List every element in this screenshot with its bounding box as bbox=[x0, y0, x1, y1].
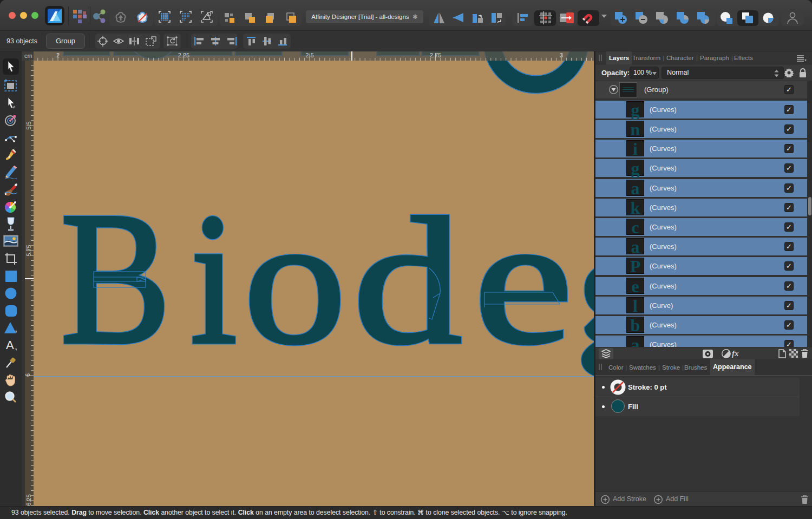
svg-text:A: A bbox=[6, 339, 14, 352]
